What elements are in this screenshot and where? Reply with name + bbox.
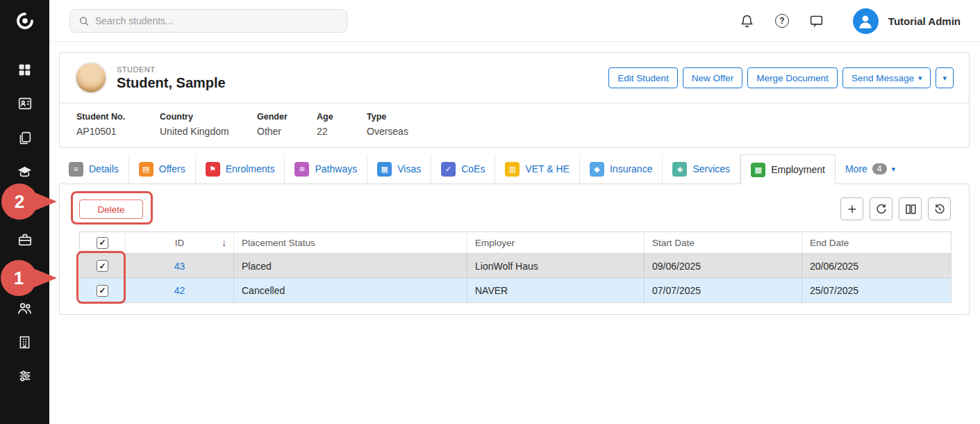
documents-icon[interactable] xyxy=(17,129,33,146)
history-icon xyxy=(933,203,946,215)
agents-icon[interactable] xyxy=(17,300,33,316)
end-date-cell: 20/06/2025 xyxy=(802,254,951,278)
tab-label: VET & HE xyxy=(525,163,570,174)
record-id-link[interactable]: 43 xyxy=(174,261,185,272)
user-menu[interactable]: Tutorial Admin xyxy=(853,8,961,34)
info-age: Age 22 xyxy=(317,112,367,137)
tab-enrolments[interactable]: ⚑ Enrolments xyxy=(196,154,285,184)
help-icon[interactable]: ? xyxy=(774,13,790,29)
vet-he-tab-icon: ▥ xyxy=(505,162,520,177)
info-gender: Gender Other xyxy=(257,112,317,137)
tab-offers[interactable]: ▤ Offers xyxy=(129,154,196,184)
placement-status-cell: Cancelled xyxy=(234,279,467,302)
tab-label: CoEs xyxy=(461,163,485,174)
record-type-label: STUDENT xyxy=(117,65,226,74)
tab-insurance[interactable]: ◆ Insurance xyxy=(580,154,663,184)
tab-label: Services xyxy=(692,163,730,174)
info-value: AP10501 xyxy=(76,126,160,137)
refresh-button[interactable] xyxy=(870,197,892,220)
table-header-row: ✓ ID ↓ Placement Status Employer Start D… xyxy=(80,232,951,254)
tab-employment[interactable]: ▩ Employment xyxy=(740,154,836,184)
tab-pathways[interactable]: ≋ Pathways xyxy=(285,154,367,184)
tab-coes[interactable]: ✓ CoEs xyxy=(431,154,495,184)
check-icon: ✓ xyxy=(99,238,106,247)
record-id-link[interactable]: 42 xyxy=(174,285,185,296)
visas-tab-icon: ▦ xyxy=(377,162,392,177)
employment-icon[interactable] xyxy=(17,231,33,248)
student-name: Student, Sample xyxy=(117,75,226,91)
tab-label: Insurance xyxy=(610,163,652,174)
help-glyph: ? xyxy=(775,14,789,28)
edit-student-button[interactable]: Edit Student xyxy=(608,67,678,88)
start-date-cell: 07/07/2025 xyxy=(645,279,802,302)
table-row[interactable]: ✓ 42 Cancelled NAVER 07/07/2025 25/07/20… xyxy=(80,278,951,302)
user-name: Tutorial Admin xyxy=(888,15,961,27)
tab-label: Offers xyxy=(159,163,185,174)
column-header-id[interactable]: ID ↓ xyxy=(126,232,234,253)
search-input[interactable] xyxy=(95,15,338,26)
tab-label: Pathways xyxy=(315,163,357,174)
annotation-step-1-marker: 1 xyxy=(1,260,37,296)
add-record-button[interactable] xyxy=(840,197,863,220)
dashboard-icon[interactable] xyxy=(17,61,33,78)
logo-swirl-icon xyxy=(15,10,35,31)
info-label: Age xyxy=(317,112,367,122)
tab-visas[interactable]: ▦ Visas xyxy=(367,154,431,184)
placement-status-cell: Placed xyxy=(234,254,467,278)
employer-cell: NAVER xyxy=(467,279,645,302)
employer-cell: LionWolf Haus xyxy=(467,254,645,278)
courses-icon[interactable] xyxy=(17,163,33,180)
tab-details[interactable]: ≡ Details xyxy=(59,154,129,184)
info-value: Overseas xyxy=(367,126,408,137)
info-label: Student No. xyxy=(76,112,160,122)
tab-label: Enrolments xyxy=(226,163,275,174)
info-value: 22 xyxy=(317,126,367,137)
tab-more[interactable]: More 4 ▾ xyxy=(836,154,905,184)
tab-vet-he[interactable]: ▥ VET & HE xyxy=(495,154,580,184)
annotation-step-2-arrow-icon xyxy=(35,193,57,211)
info-label: Type xyxy=(367,112,408,122)
merge-document-button[interactable]: Merge Document xyxy=(747,67,838,88)
more-count-badge: 4 xyxy=(872,163,887,174)
info-type: Type Overseas xyxy=(367,112,408,137)
annotation-highlight-delete xyxy=(71,191,153,225)
column-header-end-date[interactable]: End Date xyxy=(802,232,951,253)
table-row[interactable]: ✓ 43 Placed LionWolf Haus 09/06/2025 20/… xyxy=(80,254,951,278)
annotation-step-1-number: 1 xyxy=(14,268,24,289)
tab-services[interactable]: ◈ Services xyxy=(663,154,740,184)
history-button[interactable] xyxy=(928,197,951,220)
column-chooser-button[interactable] xyxy=(899,197,922,220)
column-header-placement-status[interactable]: Placement Status xyxy=(234,232,467,253)
annotation-step-2-number: 2 xyxy=(15,191,24,213)
annotation-highlight-checkboxes xyxy=(76,251,126,304)
columns-icon xyxy=(904,203,917,215)
organisations-icon[interactable] xyxy=(17,334,33,350)
sort-descending-icon[interactable]: ↓ xyxy=(222,237,226,248)
send-message-button[interactable]: Send Message ▾ xyxy=(842,67,931,88)
contacts-icon[interactable] xyxy=(17,95,33,112)
end-date-cell: 25/07/2025 xyxy=(802,279,951,302)
offers-tab-icon: ▤ xyxy=(139,162,153,177)
user-avatar-icon xyxy=(853,8,879,34)
select-all-cell: ✓ xyxy=(80,232,126,253)
notifications-bell-icon[interactable] xyxy=(739,13,756,29)
tab-label: Visas xyxy=(397,163,421,174)
app-logo[interactable] xyxy=(0,0,49,42)
info-value: Other xyxy=(257,126,317,137)
column-header-start-date[interactable]: Start Date xyxy=(645,232,802,253)
column-header-employer[interactable]: Employer xyxy=(467,232,645,253)
student-tabs: ≡ Details ▤ Offers ⚑ Enrolments ≋ Pathwa… xyxy=(59,154,970,184)
select-all-checkbox[interactable]: ✓ xyxy=(97,237,108,249)
new-offer-button[interactable]: New Offer xyxy=(683,67,743,88)
refresh-icon xyxy=(875,203,888,215)
info-label: Country xyxy=(160,112,257,122)
tab-label: Employment xyxy=(771,164,825,175)
services-tab-icon: ◈ xyxy=(672,162,687,177)
student-search[interactable] xyxy=(69,9,347,33)
info-student-no: Student No. AP10501 xyxy=(76,112,160,137)
chat-icon[interactable] xyxy=(808,13,825,29)
more-actions-button[interactable]: ▾ xyxy=(936,67,954,88)
enrolments-tab-icon: ⚑ xyxy=(206,162,220,177)
plus-icon xyxy=(846,203,858,215)
settings-icon[interactable] xyxy=(17,368,33,384)
